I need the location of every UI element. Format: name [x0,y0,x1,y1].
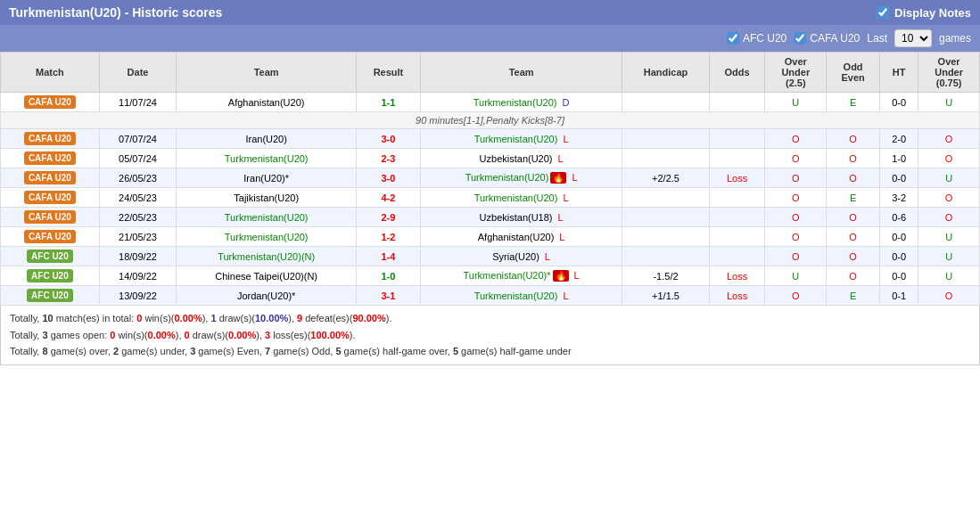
over-under-075: U [918,247,980,266]
match-date: 14/09/22 [99,266,176,286]
odd-even: O [827,129,880,149]
match-result[interactable]: 4-2 [357,188,421,208]
match-outcome: L [558,153,564,164]
ht-score: 0-6 [880,208,918,227]
handicap [622,93,709,112]
table-row: AFC U2014/09/22Chinese Taipei(U20)(N)1-0… [1,266,980,286]
table-header-row: Match Date Team Result Team Handicap Odd… [1,53,980,93]
team1[interactable]: Iran(U20) [177,129,357,149]
display-notes-checkbox[interactable] [877,6,889,19]
note-row: 90 minutes[1-1],Penalty Kicks[8-7] [1,112,980,129]
cafa-filter-label[interactable]: CAFA U20 [794,32,860,45]
team2-cell[interactable]: Afghanistan(U20)L [420,227,622,247]
over-under-25: U [765,266,827,286]
total-under: 2 [113,346,119,356]
over-under-25: O [765,247,827,266]
match-badge: CAFA U20 [24,210,76,224]
match-result[interactable]: 1-4 [357,247,421,266]
over-under-075: U [918,168,980,188]
match-outcome: L [563,291,568,301]
team1[interactable]: Turkmenistan(U20) [177,227,357,247]
team1[interactable]: Turkmenistan(U20) [177,149,357,168]
team2-cell[interactable]: Uzbekistan(U18)L [420,208,622,227]
team2-cell[interactable]: Syria(U20)L [420,247,622,266]
match-badge: AFC U20 [27,269,73,282]
match-result[interactable]: 1-0 [357,266,421,286]
fire-icon: 🔥 [550,172,566,184]
team2-cell[interactable]: Turkmenistan(U20)🔥L [420,168,622,188]
match-result[interactable]: 2-9 [357,208,421,227]
ht-score: 0-0 [880,168,918,188]
afc-checkbox[interactable] [727,32,739,45]
display-notes-container: Display Notes [877,6,971,20]
col-match: Match [1,53,100,93]
over-under-075: O [918,188,980,208]
team2: Uzbekistan(U18) [480,212,553,223]
match-result[interactable]: 2-3 [357,149,421,168]
games-select[interactable]: 10 20 30 [894,29,932,47]
odds [709,188,765,208]
total-odd: 7 [265,346,270,356]
match-result[interactable]: 3-1 [357,286,421,306]
match-date: 18/09/22 [99,247,176,266]
odd-even: O [827,227,880,247]
team1[interactable]: Iran(U20)* [177,168,357,188]
match-badge-cell: CAFA U20 [1,188,100,208]
handicap [622,247,709,266]
team2-cell[interactable]: Turkmenistan(U20)D [420,93,622,112]
match-outcome: L [563,192,568,203]
over-under-25: O [765,149,827,168]
match-date: 26/05/23 [99,168,176,188]
team2-cell[interactable]: Turkmenistan(U20)L [420,188,622,208]
odd-even: E [827,93,880,112]
team2-cell[interactable]: Uzbekistan(U20)L [420,149,622,168]
table-row: AFC U2018/09/22Turkmenistan(U20)(N)1-4Sy… [1,247,980,266]
games-label: games [939,32,971,45]
match-badge-cell: AFC U20 [1,266,100,286]
scores-table: Match Date Team Result Team Handicap Odd… [0,52,980,306]
open-win-pct: 0.00% [148,330,176,340]
match-badge: CAFA U20 [24,230,76,243]
afc-filter-label[interactable]: AFC U20 [727,32,786,45]
team2-cell[interactable]: Turkmenistan(U20)*🔥L [420,266,622,286]
match-badge: AFC U20 [27,289,73,302]
over-under-075: O [918,129,980,149]
ht-score: 0-0 [880,227,918,247]
col-team2: Team [420,53,622,93]
match-badge-cell: CAFA U20 [1,227,100,247]
team1[interactable]: Afghanistan(U20) [177,93,357,112]
team1[interactable]: Chinese Taipei(U20)(N) [177,266,357,286]
team1[interactable]: Turkmenistan(U20) [177,208,357,227]
match-outcome: L [545,251,550,262]
match-result[interactable]: 1-1 [357,93,421,112]
match-outcome: D [563,97,570,108]
fire-icon: 🔥 [553,270,569,282]
handicap [622,149,709,168]
total-wins: 0 [136,313,142,323]
team2-cell[interactable]: Turkmenistan(U20)L [420,286,622,306]
team2: Uzbekistan(U20) [480,153,553,164]
over-under-075: O [918,286,980,306]
open-losses: 3 [265,330,270,340]
col-over-under-25: OverUnder(2.5) [765,53,827,93]
open-draw-pct: 0.00% [228,330,256,340]
handicap [622,208,709,227]
total-even: 3 [190,346,195,356]
team2-cell[interactable]: Turkmenistan(U20)L [420,129,622,149]
total-defeats: 9 [297,313,302,323]
over-under-25: O [765,188,827,208]
team1[interactable]: Tajikistan(U20) [177,188,357,208]
match-result[interactable]: 1-2 [357,227,421,247]
filter-bar: AFC U20 CAFA U20 Last 10 20 30 games [0,25,980,52]
match-badge-cell: CAFA U20 [1,93,100,112]
ht-score: 3-2 [880,188,918,208]
team1[interactable]: Jordan(U20)* [177,286,357,306]
team2: Afghanistan(U20) [478,232,555,242]
team1[interactable]: Turkmenistan(U20)(N) [177,247,357,266]
match-badge: AFC U20 [27,250,73,263]
match-date: 11/07/24 [99,93,176,112]
cafa-checkbox[interactable] [794,32,806,45]
match-result[interactable]: 3-0 [357,168,421,188]
over-under-075: O [918,149,980,168]
match-result[interactable]: 3-0 [357,129,421,149]
